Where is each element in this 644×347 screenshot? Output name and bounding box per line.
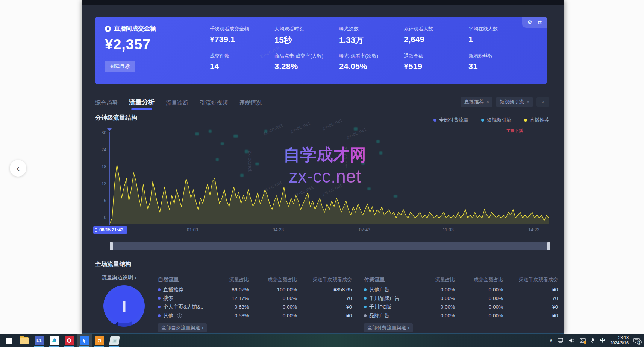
slider-selection[interactable]: [113, 242, 547, 250]
metric-label: 人均观看时长: [274, 26, 304, 32]
filter-tag-short-video[interactable]: 短视频引流 ×: [496, 97, 533, 107]
row-dot: [364, 314, 367, 317]
stream-end-marker-line: [527, 135, 527, 225]
chevron-left-icon: ‹: [17, 163, 20, 174]
slider-handle-right[interactable]: [547, 242, 550, 250]
chevron-down-icon: ∨: [541, 100, 544, 105]
system-tray: ∧ 中 23:13 2024/8/16: [549, 335, 644, 346]
close-icon[interactable]: ×: [527, 99, 529, 105]
legend-dot: [481, 119, 484, 122]
legend-item-short-video[interactable]: 短视频引流: [481, 117, 511, 123]
legend-item-live-recommend[interactable]: 直播推荐: [524, 117, 549, 123]
clock-time: 23:13: [610, 335, 629, 341]
metric-label: 平均在线人数: [468, 26, 498, 32]
artifact-dot: [209, 130, 212, 133]
y-axis-tick: 30: [92, 130, 106, 135]
start-button[interactable]: [2, 334, 17, 347]
all-natural-channels-link[interactable]: 全部自然流量渠道 ›: [158, 323, 207, 332]
stream-end-marker-line: [525, 135, 525, 225]
table-row[interactable]: 个人主页&店铺&.. 0.63% 0.00% ¥0: [158, 303, 352, 311]
row-dot: [158, 306, 161, 308]
table-header-row: 付费流量 流量占比 成交金额占比 渠道千次观看成交: [364, 274, 558, 285]
artifact-dot: [376, 140, 380, 143]
close-icon[interactable]: ×: [486, 99, 489, 105]
metric-label: 累计观看人数: [404, 26, 433, 32]
table-row[interactable]: 其他i 0.53% 0.00% ¥0: [158, 311, 352, 320]
metric-label: 千次观看成交金额: [210, 26, 249, 32]
row-dot: [158, 297, 161, 300]
speaker-icon[interactable]: [569, 338, 575, 343]
slider-handle-left[interactable]: [110, 242, 113, 250]
teal-app-icon: [50, 336, 59, 345]
taskbar-app-orange[interactable]: [92, 334, 107, 347]
tray-expand-chevron-icon[interactable]: ∧: [549, 338, 553, 343]
legend-dot: [433, 119, 436, 122]
x-axis: [110, 225, 549, 225]
summary-card: ⚙ ⇄ 直播间成交金额 ¥2,357 创建目标 千次观看成交金额 ¥739.1 …: [95, 17, 547, 84]
x-axis-tick-start[interactable]: 08/15 21:43: [93, 226, 127, 234]
donut-center-label: [123, 301, 126, 312]
snip-tool-icon[interactable]: [580, 338, 586, 343]
microphone-icon[interactable]: [591, 338, 595, 344]
taskbar-app-cursor-active[interactable]: [77, 334, 92, 347]
row-dot: [158, 288, 161, 291]
table-row[interactable]: 直播推荐 86.07% 100.00% ¥858.65: [158, 285, 352, 294]
time-range-slider[interactable]: [110, 242, 550, 250]
x-axis-tick: 11:03: [442, 227, 453, 233]
legend-dot: [524, 119, 527, 122]
create-goal-button[interactable]: 创建目标: [105, 61, 135, 72]
filter-tag-live-recommend[interactable]: 直播推荐 ×: [461, 97, 492, 107]
artifact-dot: [367, 187, 371, 190]
tab-violations[interactable]: 违规情况: [239, 99, 262, 110]
artifact-dot: [255, 163, 259, 165]
metric-column: 累计观看人数 2,649 退款金额 ¥519: [404, 17, 467, 84]
taskbar-file-explorer[interactable]: [17, 334, 32, 347]
ime-indicator[interactable]: 中: [600, 337, 605, 344]
taskbar-app-notes[interactable]: [107, 334, 122, 347]
all-paid-channels-link[interactable]: 全部付费流量渠道 ›: [364, 323, 413, 332]
metric-column: 平均在线人数 1 新增粉丝数 31: [468, 17, 532, 84]
natural-traffic-table: 自然流量 流量占比 成交金额占比 渠道千次观看成交 直播推荐 86.07% 10…: [158, 274, 352, 332]
artifact-dot: [379, 151, 382, 155]
notification-count-badge: 3: [637, 340, 642, 345]
artifact-dot: [233, 135, 238, 138]
minute-traffic-chart[interactable]: [110, 132, 549, 225]
y-axis-tick: 18: [92, 164, 106, 169]
metric-label: 曝光次数: [339, 26, 364, 32]
prev-button[interactable]: ‹: [10, 160, 26, 177]
traffic-donut-chart: [103, 285, 145, 327]
taskbar-app-l1[interactable]: L1: [32, 334, 47, 347]
artifact-dot: [361, 162, 365, 165]
axis-marker-arrow-icon: [107, 128, 112, 131]
notification-center-button[interactable]: 3: [633, 338, 640, 344]
tab-overall-trend[interactable]: 综合趋势: [95, 99, 118, 110]
taskbar-app-teal[interactable]: [47, 334, 62, 347]
legend-item-paid[interactable]: 全部付费流量: [433, 117, 468, 123]
chart-legend: 全部付费流量 短视频引流 直播推荐: [433, 117, 549, 123]
tab-traffic-diagnosis[interactable]: 流量诊断: [166, 99, 188, 110]
tab-traffic-analysis[interactable]: 流量分析: [129, 98, 155, 110]
network-icon[interactable]: [558, 338, 564, 343]
taskbar-app-red[interactable]: [62, 334, 77, 347]
table-row[interactable]: 搜索 12.17% 0.00% ¥0: [158, 294, 352, 303]
table-row[interactable]: 其他广告 0.00% 0.00% ¥0: [364, 285, 558, 294]
channel-help-link[interactable]: 流量渠道说明 ›: [102, 274, 136, 281]
metric-column: 曝光次数 1.33万 曝光-观看率(次数) 24.05%: [339, 17, 402, 84]
overall-section-title: 全场流量结构: [95, 260, 131, 268]
window-top-strip: [82, 0, 564, 5]
taskbar-clock[interactable]: 23:13 2024/8/16: [610, 335, 629, 346]
table-row[interactable]: 品牌广告 0.00% 0.00% ¥0: [364, 311, 558, 320]
info-icon[interactable]: i: [177, 313, 182, 318]
tab-short-video[interactable]: 引流短视频: [200, 99, 228, 110]
table-row[interactable]: 千川PC版 0.00% 0.00% ¥0: [364, 303, 558, 311]
artifact-dot: [394, 195, 397, 198]
filter-dropdown[interactable]: ∨: [536, 97, 549, 107]
metric-value: 1.33万: [339, 35, 364, 46]
primary-metric: 直播间成交金额 ¥2,357 创建目标: [105, 25, 156, 72]
metric-label: 商品点击-成交率(人数): [274, 53, 323, 59]
windows-logo-icon: [6, 338, 12, 344]
table-row[interactable]: 千川品牌广告 0.00% 0.00% ¥0: [364, 294, 558, 303]
x-axis-tick: 04:23: [273, 227, 284, 233]
metric-label: 成交件数: [210, 53, 229, 59]
swap-icon[interactable]: ⇄: [537, 19, 542, 25]
